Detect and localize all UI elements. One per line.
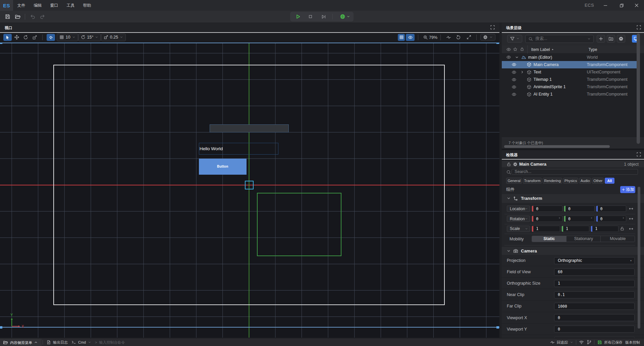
network-wifi-icon[interactable]	[579, 340, 584, 345]
sprite-object-rect[interactable]	[257, 193, 341, 256]
rotation-mode-dropdown[interactable]: Rotation	[507, 216, 530, 222]
scale-y-field[interactable]: 1	[561, 226, 589, 232]
maximize-button[interactable]	[616, 0, 627, 11]
play-button[interactable]	[293, 12, 303, 21]
row-visibility-icon[interactable]	[512, 77, 517, 82]
transform-section-header[interactable]: Transform	[502, 194, 644, 203]
rotation-link-icon[interactable]	[629, 216, 634, 221]
row-visibility-icon[interactable]	[512, 92, 517, 97]
hierarchy-h-scrollbar[interactable]	[504, 145, 610, 148]
hierarchy-row-ai-entity-1[interactable]: AI Entity 1 TransformComponent	[502, 91, 637, 98]
mobility-stationary-option[interactable]: Stationary	[566, 236, 600, 242]
property-input[interactable]: 0.1	[554, 291, 635, 298]
open-button[interactable]	[13, 11, 22, 22]
row-expand-icon[interactable]	[520, 70, 524, 74]
ui-text-object[interactable]: Hello World	[199, 143, 278, 155]
row-expand-icon[interactable]	[520, 92, 524, 96]
column-lock-icon[interactable]	[520, 47, 524, 51]
property-input[interactable]: 1	[554, 280, 635, 287]
scale-z-field[interactable]: 1	[591, 226, 619, 232]
scene-viewport[interactable]: Hello World Button Y X	[0, 43, 499, 338]
cmd-dropdown[interactable]: Cmd	[71, 339, 91, 346]
add-component-button[interactable]: 添加	[620, 186, 635, 193]
content-drawer-tab[interactable]: 内容侧滑菜单	[0, 339, 42, 346]
hierarchy-filter-button[interactable]	[507, 35, 522, 43]
tilemap-object-rect[interactable]	[210, 124, 289, 133]
save-status[interactable]: 所有已保存	[597, 339, 623, 346]
row-expand-icon[interactable]	[520, 85, 524, 89]
output-log-button[interactable]: 输出日志	[46, 339, 68, 346]
location-link-icon[interactable]	[629, 206, 634, 211]
property-input[interactable]: 0	[554, 326, 635, 333]
menu-tools[interactable]: 工具	[62, 0, 79, 11]
minimize-button[interactable]	[600, 0, 611, 11]
hierarchy-row-text[interactable]: Text UITextComponent	[502, 68, 637, 76]
stats-button[interactable]	[445, 34, 452, 41]
grid-snap-dropdown[interactable]: 10	[57, 34, 78, 41]
tab-audio[interactable]: Audio	[579, 178, 591, 184]
scale-mode-dropdown[interactable]: Scale	[507, 226, 530, 232]
backtrace-dropdown[interactable]: 回追踪	[550, 339, 573, 346]
scale-lock-icon[interactable]	[620, 226, 625, 231]
console-command-input[interactable]: > 输入控制台命令	[95, 339, 125, 346]
add-entity-button[interactable]	[597, 35, 605, 43]
guide-handle-bottom-left[interactable]	[0, 326, 2, 329]
inspector-expand-icon[interactable]	[636, 152, 641, 157]
scale-snap-dropdown[interactable]: 0.25	[101, 34, 126, 41]
hierarchy-settings-button[interactable]	[617, 35, 625, 43]
hierarchy-row-main-camera[interactable]: Main Camera TransformComponent	[502, 61, 637, 68]
menu-window[interactable]: 窗口	[46, 0, 62, 11]
rotation-z-field[interactable]: 0°	[596, 216, 627, 222]
sort-ascending-icon[interactable]	[551, 48, 554, 51]
row-visibility-icon[interactable]	[506, 55, 511, 60]
stop-button[interactable]	[306, 12, 315, 21]
row-expand-icon[interactable]	[520, 63, 524, 67]
row-expand-icon[interactable]	[515, 55, 519, 59]
mobility-movable-option[interactable]: Movable	[600, 236, 635, 242]
zoom-icon[interactable]	[422, 34, 429, 41]
property-input[interactable]: 0	[554, 314, 635, 321]
tab-general[interactable]: General	[506, 178, 522, 184]
camera-section-header[interactable]: Camera	[502, 247, 644, 255]
location-z-field[interactable]: 0	[596, 206, 627, 212]
add-folder-button[interactable]	[607, 35, 615, 43]
column-favorite-icon[interactable]	[513, 47, 518, 52]
scale-x-field[interactable]: 1	[532, 226, 560, 232]
snap-toggle-button[interactable]	[47, 34, 55, 41]
property-input[interactable]: 60	[554, 269, 635, 276]
row-visibility-icon[interactable]	[512, 70, 517, 75]
tab-other[interactable]: Other	[592, 178, 604, 184]
tab-transform[interactable]: Transform	[523, 178, 542, 184]
version-control-button[interactable]: 版本控制	[625, 339, 640, 346]
gizmo-visibility-button[interactable]	[406, 34, 415, 41]
tab-physics[interactable]: Physics	[563, 178, 578, 184]
hierarchy-expand-icon[interactable]	[636, 25, 641, 30]
guide-handle-bottom-right[interactable]	[496, 326, 499, 329]
hierarchy-search-input[interactable]: 搜索...	[525, 35, 594, 43]
undo-button[interactable]	[28, 11, 37, 22]
reset-view-button[interactable]	[455, 34, 462, 41]
guide-handle-top-left[interactable]	[0, 43, 2, 44]
grid-toggle-button[interactable]	[398, 34, 405, 41]
redo-button[interactable]	[38, 11, 47, 22]
lock-inspector-icon[interactable]	[506, 162, 511, 167]
fullscreen-button[interactable]	[465, 34, 472, 41]
row-expand-icon[interactable]	[520, 77, 524, 81]
rotation-x-field[interactable]: 0°	[532, 216, 562, 222]
select-tool-button[interactable]	[3, 34, 12, 41]
rotate-tool-button[interactable]	[21, 34, 30, 41]
hierarchy-row-animatedsprite-1[interactable]: AnimatedSprite 1 TransformComponent	[502, 83, 637, 91]
selection-gizmo-box[interactable]	[245, 181, 254, 189]
rotate-snap-dropdown[interactable]: 15°	[78, 34, 101, 41]
menu-edit[interactable]: 编辑	[30, 0, 46, 11]
world-mode-chevron-icon[interactable]	[345, 12, 351, 21]
menu-file[interactable]: 文件	[13, 0, 30, 11]
guide-handle-top-right[interactable]	[496, 43, 499, 44]
zoom-level[interactable]: 79%	[429, 35, 437, 40]
close-button[interactable]	[631, 0, 642, 11]
scale-link-icon[interactable]	[629, 226, 634, 231]
view-mode-dropdown[interactable]	[480, 34, 495, 41]
location-mode-dropdown[interactable]: Location	[507, 206, 530, 212]
transform-collapse-icon[interactable]	[506, 196, 511, 200]
column-type-label[interactable]: Type	[588, 47, 597, 52]
